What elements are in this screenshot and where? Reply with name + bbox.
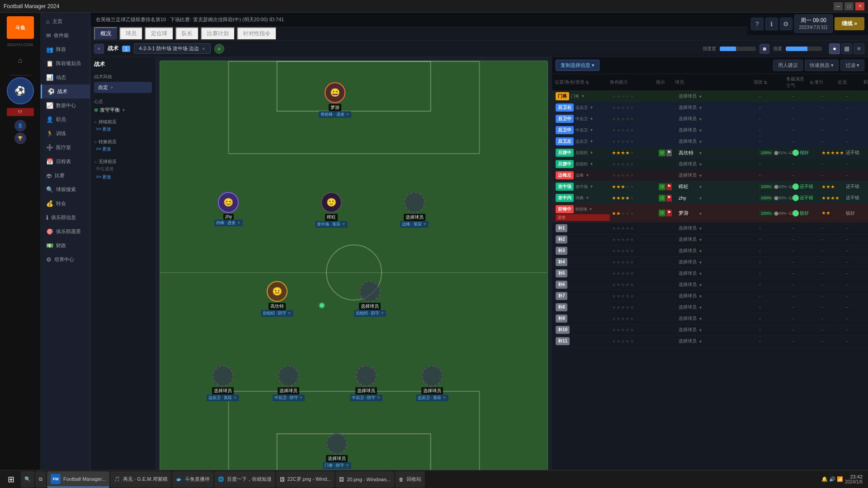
player-avatar-mini2[interactable]: 🏆 [14, 132, 26, 144]
nav-finances[interactable]: 💵 财政 [41, 239, 90, 253]
player-name-dm2[interactable]: 选择球员 [679, 161, 697, 167]
taskbar-search[interactable]: 🔍 [21, 471, 34, 488]
dropdown-rb[interactable]: ▼ [698, 104, 757, 111]
attack-style-badge[interactable]: 进攻 [556, 214, 610, 221]
player-name-lb[interactable]: 选择球员 [679, 138, 697, 145]
dropdown-lb[interactable]: ▼ [698, 138, 757, 145]
tactics-philosophy-option[interactable]: ⊕ 攻守平衡 ▼ [94, 107, 152, 113]
maximize-button[interactable]: □ [844, 2, 854, 10]
intensity-bar1[interactable] [720, 47, 756, 51]
taskbar-recycle[interactable]: 🗑 回收站 [395, 471, 425, 488]
pressing-change[interactable]: >> 更改 [94, 125, 152, 133]
intensity-toggle[interactable]: ◼ [760, 44, 769, 54]
dropdown-sub8[interactable]: ▼ [698, 304, 757, 310]
nav-dynamics[interactable]: 📊 动态 [41, 70, 90, 84]
club-badge-extra[interactable]: 🛡 [7, 108, 34, 116]
dropdown-cb1[interactable]: ▼ [698, 116, 757, 122]
nav-home[interactable]: ⌂ 主页 [41, 14, 90, 28]
close-button[interactable]: ✕ [855, 2, 864, 10]
player-name-dm1[interactable]: 高坎特 [679, 150, 697, 156]
nav-inbox[interactable]: ✉ 收件箱 [41, 28, 90, 42]
filter-button[interactable]: 过滤 ▾ [840, 60, 864, 71]
player-name-sub2[interactable]: 选择球员 [679, 236, 697, 243]
view-mode-bar[interactable]: ▦ [841, 43, 852, 54]
tab-instructions[interactable]: 针对性指令 [237, 27, 277, 40]
player-token-lb[interactable]: 选择球员 边后卫 · 策应 ▼ [416, 366, 448, 401]
nav-matches[interactable]: 🏟 比赛 [41, 169, 90, 183]
ai-suggest-button[interactable]: 用人建议 [773, 60, 803, 71]
player-token-rw[interactable]: 选择球员 边锋 · 策应 ▼ [400, 192, 429, 228]
dropdown-sub2[interactable]: ▼ [698, 236, 757, 243]
quick-pick-button[interactable]: 快速挑选 ▾ [805, 60, 839, 71]
player-name-cam[interactable]: 晖旺 [679, 183, 697, 190]
col-status-sort[interactable]: ⇅ [764, 80, 767, 85]
add-formation-button[interactable]: + [214, 44, 224, 54]
nav-medical[interactable]: ➕ 医疗室 [41, 141, 90, 155]
tab-match-plan[interactable]: 比赛计划 [201, 27, 235, 40]
view-mode-list[interactable]: ≡ [854, 43, 864, 54]
player-name-sub10[interactable]: 选择球员 [679, 327, 697, 333]
taskbar-img1[interactable]: 🖼 22C罗.png - Wind... [276, 471, 335, 488]
tab-setpieces[interactable]: 定位球 [145, 27, 174, 40]
transition-change[interactable]: >> 更改 [94, 145, 152, 153]
info-icon-btn[interactable]: ℹ [765, 18, 778, 30]
minimize-button[interactable]: ─ [834, 2, 843, 10]
player-token-dm1[interactable]: 😐 高坎特 后组织 · 防守 ▼ [261, 281, 293, 317]
dropdown-dm1[interactable]: ▼ [698, 150, 757, 156]
nav-training[interactable]: 🏃 训练 [41, 127, 90, 141]
continue-button[interactable]: 继续 » [835, 17, 864, 30]
tab-overview[interactable]: 概况 [94, 27, 118, 40]
player-name-sub11[interactable]: 选择球员 [679, 338, 697, 344]
nav-club-vision[interactable]: 🎯 俱乐部愿景 [41, 225, 90, 239]
dropdown-cb2[interactable]: ▼ [698, 127, 757, 133]
help-icon-btn[interactable]: ? [751, 18, 764, 30]
taskbar-img2[interactable]: 🖼 20.png - Windows... [335, 471, 394, 488]
no-ball-change[interactable]: >> 更改 [94, 173, 152, 181]
dropdown-lw[interactable]: ▼ [698, 172, 757, 178]
nav-data[interactable]: 📈 数据中心 [41, 99, 90, 113]
settings-icon-btn[interactable]: ⚙ [780, 18, 793, 30]
taskbar-browser[interactable]: 🌐 百度一下，你就知道 [214, 471, 275, 488]
dropdown-cam[interactable]: ▼ [698, 183, 757, 190]
taskbar-start-button[interactable]: ⊞ [2, 471, 20, 488]
player-name-sub1[interactable]: 选择球员 [679, 225, 697, 231]
player-name-cb2[interactable]: 选择球员 [679, 127, 697, 133]
dropdown-sub5[interactable]: ▼ [698, 270, 757, 277]
nav-youth[interactable]: ⚙ 培养中心 [41, 253, 90, 267]
player-name-sub7[interactable]: 选择球员 [679, 293, 697, 299]
player-token-zhy[interactable]: 😊 zhy 内锋 · 进攻 ▼ [214, 192, 243, 226]
player-token-gk[interactable]: 选择球员 门将 · 防守 ▼ [323, 433, 351, 469]
player-token-rb[interactable]: 选择球员 边后卫 · 策应 ▼ [207, 366, 239, 401]
player-name-sub8[interactable]: 选择球员 [679, 304, 697, 310]
nav-squad[interactable]: 👥 阵容 [41, 42, 90, 56]
formation-dropdown[interactable]: 4-2-3-1 防中场 攻中场 边边 ▼ [134, 43, 211, 54]
dropdown-dm2[interactable]: ▼ [698, 161, 757, 167]
intensity-bar2[interactable] [786, 47, 822, 51]
nav-staff[interactable]: 👤 职员 [41, 113, 90, 127]
dropdown-sub9[interactable]: ▼ [698, 315, 757, 322]
player-name-sub6[interactable]: 选择球员 [679, 282, 697, 288]
player-name-sub3[interactable]: 选择球员 [679, 248, 697, 254]
dropdown-sub6[interactable]: ▼ [698, 282, 757, 288]
tab-captain[interactable]: 队长 [175, 27, 199, 40]
taskbar-music[interactable]: 🎵 再见 · G.E.M.邓紫棋 [110, 471, 171, 488]
player-name-lw[interactable]: 选择球员 [679, 172, 697, 178]
dropdown-sub10[interactable]: ▼ [698, 327, 757, 333]
dropdown-st[interactable]: ▼ [698, 210, 757, 216]
player-token-cb1[interactable]: 选择球员 中后卫 · 防守 ▼ [273, 366, 305, 401]
player-name-sub5[interactable]: 选择球员 [679, 270, 697, 277]
nav-club-info[interactable]: ℹ 俱乐部信息 [41, 211, 90, 225]
player-name-sub9[interactable]: 选择球员 [679, 315, 697, 322]
dropdown-sub1[interactable]: ▼ [698, 225, 757, 231]
taskbar-douyu[interactable]: 🐟 斗鱼直播伴 [172, 471, 213, 488]
player-token-dm2[interactable]: 选择球员 后组织 · 防守 ▼ [354, 281, 387, 317]
tactics-style-dropdown[interactable]: 自定 ▼ [94, 82, 152, 93]
dropdown-gk[interactable]: ▼ [698, 93, 757, 99]
dropdown-sub3[interactable]: ▼ [698, 248, 757, 254]
nav-transfers[interactable]: 💰 转会 [41, 197, 90, 211]
view-mode-chart[interactable]: ● [829, 43, 840, 54]
nav-tactics[interactable]: ⚽ 战术 [41, 84, 90, 99]
collapse-button[interactable]: « [94, 44, 104, 54]
player-name-rb[interactable]: 选择球员 [679, 104, 697, 111]
dropdown-sub4[interactable]: ▼ [698, 259, 757, 265]
